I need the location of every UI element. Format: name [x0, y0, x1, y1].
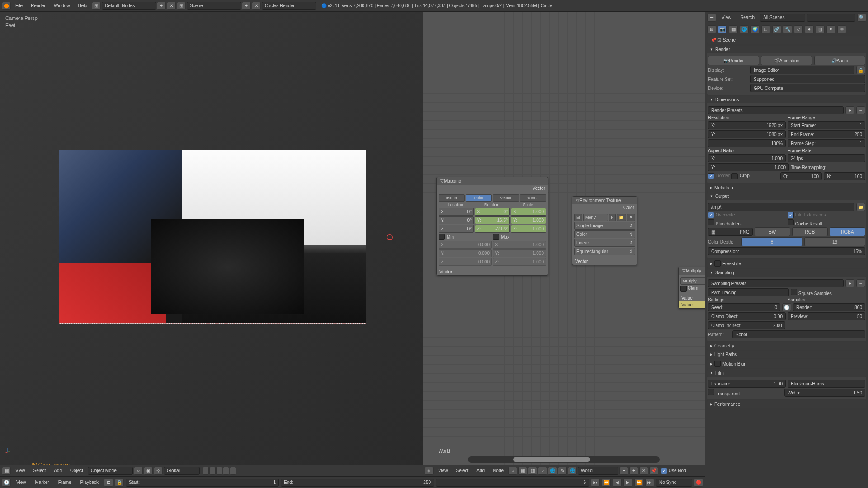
pivot-icon[interactable]: ◉ — [144, 467, 153, 475]
image-name-field[interactable]: MonV — [583, 214, 608, 221]
node-scrollbar[interactable] — [468, 456, 660, 463]
rot-y-field[interactable]: Y:-16.5° — [475, 216, 510, 224]
image-type-dropdown[interactable]: Single Image⇕ — [574, 222, 635, 230]
node-menu-select[interactable]: Select — [453, 466, 472, 475]
bw-button[interactable]: BW — [755, 227, 790, 236]
color-output-socket[interactable]: Color — [572, 204, 637, 211]
loc-x-field[interactable]: X:0° — [439, 208, 474, 216]
current-frame-field[interactable]: 6 — [436, 479, 589, 487]
lock-icon[interactable]: 🔒 — [115, 479, 124, 487]
linestyle-shader-icon[interactable]: ✎ — [558, 467, 567, 475]
fps-dropdown[interactable]: 24 fps — [788, 154, 865, 162]
mapping-node[interactable]: ▽ Mapping Vector Texture Point Vector No… — [436, 177, 548, 276]
value-input-socket[interactable]: Value: — [679, 301, 705, 308]
file-ext-checkbox[interactable] — [788, 212, 794, 218]
viewport-menu-object[interactable]: Object — [66, 466, 87, 475]
data-tab-icon[interactable]: ▽ — [794, 25, 803, 33]
max-checkbox[interactable] — [493, 234, 499, 240]
old-map-field[interactable]: O:100 — [780, 172, 822, 180]
file-browser-icon[interactable]: 📁 — [856, 203, 865, 211]
border-checkbox[interactable] — [708, 173, 714, 179]
viewport-menu-view[interactable]: View — [12, 466, 29, 475]
node-editor[interactable]: ▽ Mapping Vector Texture Point Vector No… — [423, 12, 705, 476]
device-dropdown[interactable]: GPU Compute — [750, 84, 865, 92]
node-menu-add[interactable]: Add — [473, 466, 488, 475]
render-samples-field[interactable]: Render:800 — [793, 303, 865, 311]
keyframe-forward-icon[interactable]: ⏩ — [634, 479, 643, 487]
particles-tab-icon[interactable]: ✦ — [826, 25, 835, 33]
menu-file[interactable]: File — [12, 1, 26, 10]
pattern-dropdown[interactable]: Sobol — [732, 330, 865, 338]
render-layers-tab-icon[interactable]: ▦ — [729, 25, 738, 33]
filter-dropdown[interactable]: Blackman-Harris — [788, 380, 865, 388]
clock-icon[interactable]: 🕐 — [782, 303, 791, 311]
menu-render[interactable]: Render — [27, 1, 49, 10]
node-title[interactable]: ▽ Multiply — [679, 267, 705, 275]
constraints-tab-icon[interactable]: 🔗 — [772, 25, 781, 33]
outliner-view-menu[interactable]: View — [718, 13, 735, 22]
seed-field[interactable]: Seed:0 — [708, 303, 780, 311]
transparent-checkbox[interactable] — [708, 389, 714, 395]
menu-help[interactable]: Help — [75, 1, 91, 10]
end-frame-field[interactable]: End Frame:250 — [788, 130, 865, 138]
sampling-presets-dropdown[interactable]: Sampling Presets — [708, 279, 844, 287]
resolution-pct-field[interactable]: 100% — [708, 139, 786, 147]
remove-preset-button[interactable]: − — [856, 279, 865, 287]
motion-blur-panel-header[interactable]: Motion Blur — [707, 359, 866, 368]
manipulator-icon[interactable]: ⊹ — [154, 467, 163, 475]
start-frame-field[interactable]: Start:1 — [126, 479, 279, 487]
output-path-field[interactable]: /tmp\ — [708, 203, 854, 211]
outliner-search-field[interactable] — [807, 14, 855, 22]
frame-step-field[interactable]: Frame Step:1 — [788, 139, 865, 147]
texture-tab-icon[interactable]: ▨ — [816, 25, 825, 33]
format-dropdown[interactable]: ▦ PNG — [708, 228, 753, 236]
display-dropdown[interactable]: Image Editor — [750, 66, 854, 74]
sampling-panel-header[interactable]: Sampling — [707, 269, 866, 277]
start-frame-field[interactable]: Start Frame:1 — [788, 121, 865, 129]
timeline-frame-menu[interactable]: Frame — [55, 478, 75, 487]
pin-icon[interactable]: 📌 — [649, 467, 658, 475]
loc-y-field[interactable]: Y:0° — [439, 216, 474, 224]
lock-icon[interactable]: 🔒 — [856, 66, 865, 74]
preview-samples-field[interactable]: Preview:50 — [788, 312, 865, 320]
viewport-menu-add[interactable]: Add — [50, 466, 66, 475]
search-icon[interactable]: 🔍 — [857, 14, 866, 22]
color-space-dropdown[interactable]: Color⇕ — [574, 230, 635, 238]
filter-width-field[interactable]: Width:1.50 — [784, 389, 865, 397]
outliner-filter-dropdown[interactable]: All Scenes — [760, 14, 805, 22]
orientation-dropdown[interactable]: Global — [164, 467, 200, 475]
shading-icon[interactable]: ○ — [134, 467, 143, 475]
rgb-button[interactable]: RGB — [792, 227, 828, 236]
modifiers-tab-icon[interactable]: 🔧 — [783, 25, 792, 33]
point-tab[interactable]: Point — [466, 194, 492, 202]
mode-dropdown[interactable]: Object Mode — [88, 467, 133, 475]
timeline-marker-menu[interactable]: Marker — [32, 478, 53, 487]
jump-start-icon[interactable]: ⏮ — [591, 479, 600, 487]
aspect-y-field[interactable]: Y:1.000 — [708, 163, 789, 171]
new-map-field[interactable]: N:100 — [824, 172, 865, 180]
output-panel-header[interactable]: Output — [707, 192, 866, 200]
texture-type-icon[interactable]: ▨ — [528, 467, 537, 475]
image-browse-button[interactable]: ⊞ — [574, 214, 582, 221]
remove-scene-button[interactable]: ✕ — [252, 2, 261, 10]
add-layout-button[interactable]: + — [157, 2, 166, 10]
depth-16-button[interactable]: 16 — [804, 237, 865, 246]
resolution-x-field[interactable]: X:1920 px — [708, 121, 786, 129]
world-shader-icon[interactable]: 🌐 — [548, 467, 557, 475]
editor-type-icon[interactable]: ☰ — [707, 14, 716, 22]
add-world-button[interactable]: + — [629, 467, 638, 475]
aspect-x-field[interactable]: X:1.000 — [708, 154, 786, 162]
3d-viewport[interactable]: Camera Persp Feet (6) Circle : side rim … — [0, 12, 423, 476]
freestyle-checkbox[interactable] — [714, 260, 721, 267]
render-button[interactable]: 📷 Render — [708, 56, 759, 65]
editor-type-icon[interactable]: ⊞ — [707, 25, 716, 33]
dimensions-panel-header[interactable]: Dimensions — [707, 96, 866, 103]
editor-type-icon[interactable]: ◈ — [425, 467, 434, 475]
scene-dropdown[interactable]: Scene — [187, 2, 241, 10]
clamp-direct-field[interactable]: Clamp Direct:0.00 — [708, 312, 786, 320]
rot-z-field[interactable]: Z:-20.6° — [475, 225, 510, 233]
feature-set-dropdown[interactable]: Supported — [750, 75, 865, 83]
interpolation-dropdown[interactable]: Linear⇕ — [574, 239, 635, 247]
use-nodes-checkbox[interactable] — [661, 468, 667, 474]
play-reverse-icon[interactable]: ◀ — [613, 479, 622, 487]
